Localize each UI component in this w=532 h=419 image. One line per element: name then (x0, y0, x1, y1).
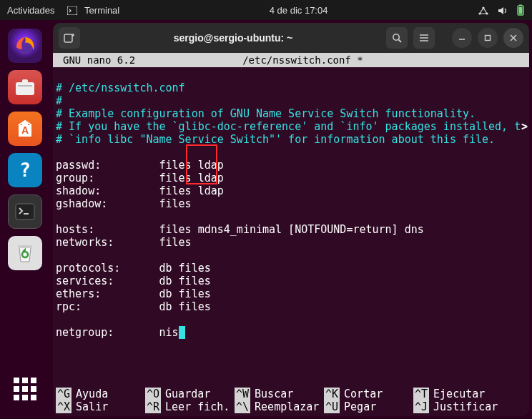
shortcut-cell: ^JJustificar (413, 400, 503, 413)
dock-firefox[interactable] (8, 29, 42, 63)
shortcut-key: ^R (145, 400, 161, 413)
gnome-topbar: Actividades Terminal 4 de dic 17:04 (0, 0, 532, 20)
nano-shortcuts: ^GAyuda^OGuardar^WBuscar^KCortar^TEjecut… (53, 388, 529, 416)
shortcut-key: ^W (235, 388, 250, 400)
shortcut-label: Pegar (344, 400, 376, 413)
shortcut-cell: ^UPegar (324, 400, 413, 413)
topbar-app[interactable]: Terminal (67, 5, 119, 16)
dock: A ? (0, 20, 50, 419)
shortcut-key: ^\ (235, 400, 250, 413)
battery-icon (516, 4, 525, 16)
editor-area[interactable]: # /etc/nsswitch.conf # # Example configu… (53, 67, 529, 388)
dock-terminal[interactable] (8, 194, 42, 229)
comment-line: # /etc/nsswitch.conf (56, 82, 185, 94)
entry-passwd: passwd: files ldap (56, 159, 224, 172)
dock-show-apps[interactable] (8, 372, 42, 406)
volume-icon (498, 4, 508, 16)
entry-services: services: db files (56, 275, 211, 287)
svg-rect-14 (18, 245, 32, 248)
cursor (179, 326, 185, 339)
entry-netgroup: netgroup: nis (56, 326, 185, 339)
search-button[interactable] (386, 27, 408, 49)
svg-line-20 (398, 39, 401, 42)
shortcut-label: Salir (76, 400, 108, 413)
network-icon (478, 4, 489, 16)
dock-software[interactable]: A (8, 112, 42, 146)
svg-rect-25 (486, 36, 491, 41)
entry-shadow: shadow: files ldap (56, 184, 224, 197)
shortcut-label: Ejecutar (433, 388, 485, 400)
scroll-right-indicator: > (521, 120, 528, 133)
topbar-app-label: Terminal (84, 5, 119, 16)
nano-version: GNU nano 6.2 (63, 53, 135, 67)
menu-button[interactable] (413, 27, 435, 49)
shortcut-key: ^K (324, 388, 340, 400)
shortcut-label: Ayuda (76, 388, 108, 400)
shortcut-cell: ^KCortar (324, 388, 413, 400)
svg-rect-10 (22, 79, 28, 84)
comment-line: # If you have the `glibc-doc-reference' … (56, 120, 521, 133)
entry-group: group: files ldap (56, 172, 224, 184)
shortcut-label: Leer fich. (165, 400, 230, 413)
dock-trash[interactable] (8, 236, 42, 270)
nano-filename: /etc/nsswitch.conf * (242, 53, 363, 67)
maximize-button[interactable] (478, 28, 498, 48)
close-button[interactable] (503, 28, 523, 48)
shortcut-cell: ^OGuardar (145, 388, 235, 400)
shortcut-label: Guardar (165, 388, 210, 400)
shortcut-cell: ^WBuscar (235, 388, 324, 400)
entry-rpc: rpc: db files (56, 300, 211, 313)
shortcut-label: Buscar (255, 388, 293, 400)
comment-line: # Example configuration of GNU Name Serv… (56, 107, 476, 120)
svg-text:A: A (21, 124, 29, 136)
shortcut-cell: ^RLeer fich. (145, 400, 235, 413)
svg-rect-8 (16, 82, 34, 95)
window-title: sergio@sergio-ubuntu: ~ (86, 32, 380, 44)
svg-rect-6 (519, 7, 523, 14)
shortcut-key: ^T (413, 388, 429, 400)
shortcut-cell: ^TEjecutar (413, 388, 503, 400)
shortcut-key: ^U (324, 400, 340, 413)
system-tray[interactable] (478, 4, 525, 16)
shortcut-label: Reemplazar (255, 400, 319, 413)
shortcut-cell: ^XSalir (56, 400, 145, 413)
titlebar: sergio@sergio-ubuntu: ~ (53, 23, 529, 53)
comment-line: # (56, 94, 62, 107)
dock-help[interactable]: ? (8, 153, 42, 187)
entry-hosts: hosts: files mdns4_minimal [NOTFOUND=ret… (56, 223, 424, 236)
comment-line: # `info libc "Name Service Switch"' for … (56, 133, 495, 146)
svg-rect-16 (64, 34, 72, 42)
shortcut-key: ^J (413, 400, 429, 413)
entry-gshadow: gshadow: files (56, 197, 192, 210)
nano-statusbar: GNU nano 6.2 /etc/nsswitch.conf * (53, 53, 529, 67)
svg-point-19 (393, 34, 398, 39)
shortcut-label: Cortar (344, 388, 383, 400)
shortcut-key: ^G (56, 388, 72, 400)
svg-rect-12 (16, 204, 34, 220)
minimize-button[interactable] (452, 28, 472, 48)
activities-button[interactable]: Actividades (7, 5, 54, 16)
shortcut-key: ^O (145, 388, 161, 400)
topbar-clock[interactable]: 4 de dic 17:04 (119, 5, 478, 16)
entry-ethers: ethers: db files (56, 287, 211, 300)
svg-rect-9 (18, 85, 32, 87)
svg-rect-0 (67, 6, 77, 15)
entry-protocols: protocols: db files (56, 262, 211, 275)
shortcut-cell: ^\Reemplazar (235, 400, 324, 413)
shortcut-key: ^X (56, 400, 72, 413)
shortcut-cell: ^GAyuda (56, 388, 145, 400)
new-tab-button[interactable] (59, 27, 80, 49)
entry-networks: networks: files (56, 236, 192, 249)
shortcut-label: Justificar (433, 400, 498, 413)
dock-files[interactable] (8, 70, 42, 104)
terminal-window: sergio@sergio-ubuntu: ~ GNU nano 6.2 /et… (53, 23, 529, 416)
svg-rect-5 (519, 5, 522, 6)
